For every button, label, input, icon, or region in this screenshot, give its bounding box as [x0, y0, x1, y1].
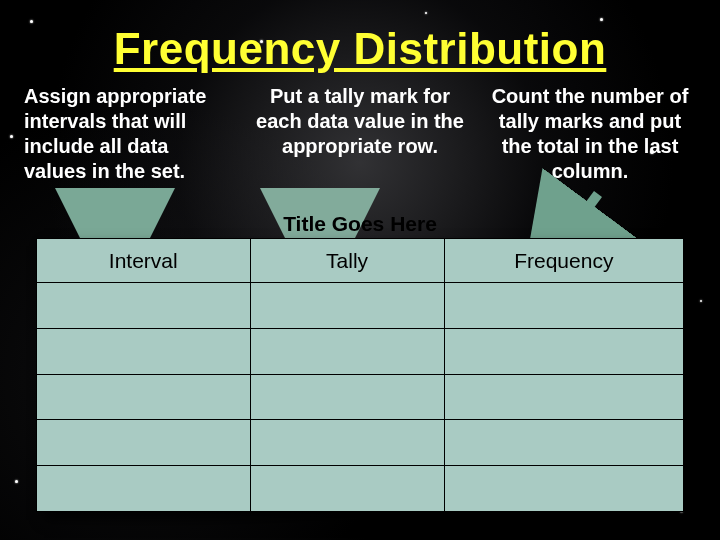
table-body [37, 283, 684, 512]
col-header-frequency: Frequency [444, 239, 683, 283]
table-row [37, 374, 684, 420]
instruction-tally: Put a tally mark for each data value in … [254, 84, 466, 184]
frequency-table-wrap: Title Goes Here Interval Tally Frequency [36, 238, 684, 512]
table-row [37, 466, 684, 512]
col-header-interval: Interval [37, 239, 251, 283]
slide: Frequency Distribution Assign appropriat… [0, 0, 720, 540]
col-header-tally: Tally [250, 239, 444, 283]
table-header-row: Interval Tally Frequency [37, 239, 684, 283]
frequency-table: Interval Tally Frequency [36, 238, 684, 512]
table-row [37, 283, 684, 329]
table-title: Title Goes Here [36, 212, 684, 236]
table-row [37, 420, 684, 466]
table-row [37, 328, 684, 374]
instruction-count: Count the number of tally marks and put … [484, 84, 696, 184]
slide-title: Frequency Distribution [0, 0, 720, 74]
instruction-row: Assign appropriate intervals that will i… [0, 74, 720, 184]
instruction-intervals: Assign appropriate intervals that will i… [24, 84, 236, 184]
